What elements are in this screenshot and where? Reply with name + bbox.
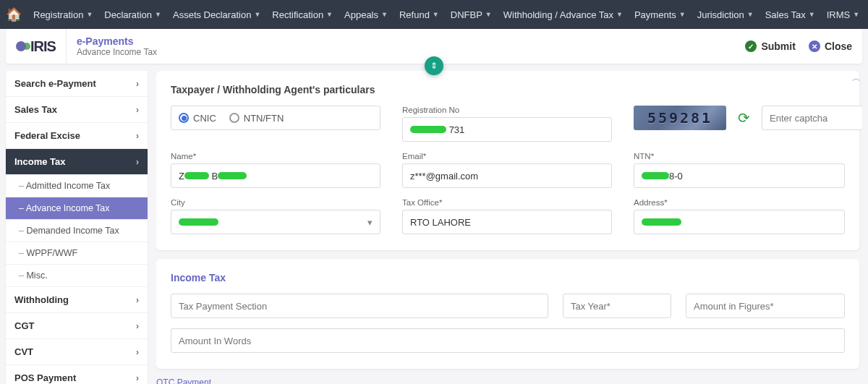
ntn-input[interactable]: 8-0: [634, 163, 845, 188]
sidebar-item-pos-payment[interactable]: POS Payment›: [6, 365, 148, 384]
nav-registration[interactable]: Registration▼: [29, 9, 97, 20]
label-name: Name*: [171, 152, 380, 161]
radio-cnic[interactable]: CNIC: [179, 113, 216, 124]
page-title-block: e-Payments Advance Income Tax: [77, 35, 157, 57]
content-area: ︿ Taxpayer / Withholding Agent's particu…: [156, 71, 862, 384]
id-type-radio-group: CNIC NTN/FTN: [171, 106, 380, 130]
captcha-input[interactable]: [762, 106, 862, 130]
city-select[interactable]: ▾: [171, 210, 380, 234]
nav-dnfbp[interactable]: DNFBP▼: [446, 9, 496, 20]
sidebar-sub-admitted[interactable]: Admitted Income Tax: [6, 175, 148, 197]
sidebar-sub-demanded[interactable]: Demanded Income Tax: [6, 220, 148, 242]
radio-unchecked-icon: [229, 113, 239, 123]
chevron-down-icon: ▼: [155, 11, 161, 18]
home-icon[interactable]: 🏠: [6, 7, 22, 22]
chevron-down-icon: ▼: [86, 11, 93, 18]
check-icon: ✓: [745, 40, 757, 52]
tax-office-input[interactable]: RTO LAHORE: [402, 210, 612, 234]
sidebar-sub-advance[interactable]: Advance Income Tax: [6, 197, 148, 220]
sidebar-item-sales-tax[interactable]: Sales Tax›: [6, 97, 148, 123]
sidebar-item-federal-excise[interactable]: Federal Excise›: [6, 123, 148, 149]
nav-irms[interactable]: IRMS▼: [822, 9, 864, 20]
amount-figures-input[interactable]: [686, 294, 845, 318]
taxpayer-heading: Taxpayer / Withholding Agent's particula…: [171, 84, 845, 95]
chevron-right-icon: ›: [136, 157, 139, 167]
sidebar-item-withholding[interactable]: Withholding›: [6, 287, 148, 313]
page-subtitle: Advance Income Tax: [77, 47, 157, 57]
expand-collapse-toggle[interactable]: ⇕: [425, 56, 443, 75]
chevron-down-icon: ▼: [254, 11, 260, 18]
sidebar-item-cvt[interactable]: CVT›: [6, 339, 148, 365]
radio-checked-icon: [179, 113, 189, 123]
chevron-down-icon: ▼: [381, 11, 388, 18]
nav-payments[interactable]: Payments▼: [630, 9, 690, 20]
chevron-right-icon: ›: [136, 295, 139, 305]
chevron-right-icon: ›: [136, 321, 139, 331]
sidebar: Search e-Payment› Sales Tax› Federal Exc…: [6, 71, 148, 384]
label-city: City: [171, 198, 380, 207]
email-input[interactable]: z***@gmail.com: [402, 163, 612, 188]
radio-ntn[interactable]: NTN/FTN: [229, 113, 284, 124]
brand: IRIS: [16, 29, 67, 64]
chevron-down-icon: ▼: [809, 11, 815, 18]
nav-appeals[interactable]: Appeals▼: [340, 9, 392, 20]
tax-section-input[interactable]: [171, 294, 548, 318]
chevron-down-icon: ▼: [485, 11, 492, 18]
taxpayer-panel: Taxpayer / Withholding Agent's particula…: [156, 71, 859, 250]
nav-declaration[interactable]: Declaration▼: [100, 9, 166, 20]
chevron-down-icon: ▼: [679, 11, 686, 18]
chevron-down-icon: ▾: [367, 217, 373, 228]
submit-label: Submit: [761, 40, 795, 52]
nav-sales-tax[interactable]: Sales Tax▼: [761, 9, 820, 20]
address-input[interactable]: [634, 210, 845, 234]
captcha-image: 559281: [634, 106, 726, 130]
label-address: Address*: [634, 198, 845, 207]
panel-collapse-icon[interactable]: ︿: [852, 72, 861, 85]
sidebar-item-income-tax[interactable]: Income Tax›: [6, 149, 148, 175]
brand-logo: IRIS: [16, 38, 56, 55]
label-ntn: NTN*: [634, 152, 845, 161]
close-button[interactable]: ✕ Close: [809, 40, 852, 52]
amount-words-input[interactable]: [171, 328, 845, 353]
chevron-down-icon: ▼: [616, 11, 623, 18]
top-nav: 🏠 Registration▼ Declaration▼ Assets Decl…: [0, 0, 868, 29]
refresh-icon[interactable]: ⟳: [738, 109, 750, 127]
nav-rectification[interactable]: Rectification▼: [268, 9, 337, 20]
chevron-right-icon: ›: [136, 373, 139, 383]
label-regno: Registration No: [402, 106, 612, 114]
close-icon: ✕: [809, 40, 820, 52]
nav-jurisdiction[interactable]: Jurisdiction▼: [693, 9, 758, 20]
label-taxoffice: Tax Office*: [402, 198, 612, 207]
chevron-down-icon: ▼: [853, 11, 859, 18]
chevron-right-icon: ›: [136, 131, 139, 141]
sidebar-item-cgt[interactable]: CGT›: [6, 313, 148, 339]
tax-year-input[interactable]: [563, 294, 671, 318]
label-email: Email*: [402, 152, 612, 161]
nav-refund[interactable]: Refund▼: [395, 9, 443, 20]
name-input[interactable]: Z B: [171, 163, 380, 188]
chevron-down-icon: ▼: [747, 11, 754, 18]
sidebar-sub-wppf[interactable]: WPPF/WWF: [6, 242, 148, 265]
income-tax-panel: Income Tax: [156, 259, 859, 369]
otc-payment-link[interactable]: OTC Payment: [156, 377, 859, 384]
page-title: e-Payments: [77, 35, 157, 47]
nav-withholding-advance[interactable]: Withholding / Advance Tax▼: [499, 9, 627, 20]
chevron-down-icon: ▼: [433, 11, 439, 18]
close-label: Close: [825, 40, 852, 52]
sidebar-item-search-epayment[interactable]: Search e-Payment›: [6, 71, 148, 97]
registration-no-input[interactable]: 731: [402, 117, 612, 142]
income-tax-heading: Income Tax: [171, 272, 845, 283]
chevron-right-icon: ›: [136, 105, 139, 115]
nav-assets-declaration[interactable]: Assets Declaration▼: [169, 9, 265, 20]
submit-button[interactable]: ✓ Submit: [745, 40, 795, 52]
sidebar-sub-misc[interactable]: Misc.: [6, 265, 148, 287]
chevron-down-icon: ▼: [326, 11, 333, 18]
chevron-right-icon: ›: [136, 347, 139, 357]
chevron-right-icon: ›: [136, 79, 139, 89]
